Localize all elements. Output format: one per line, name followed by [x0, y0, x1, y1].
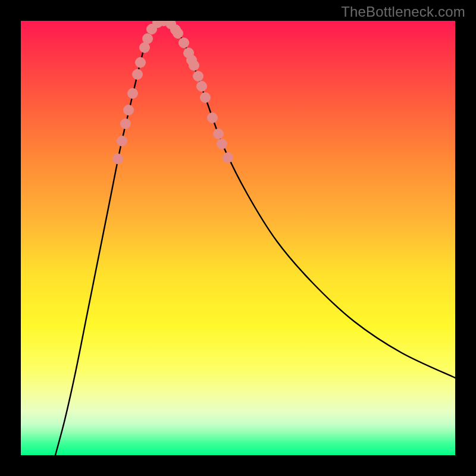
data-marker — [193, 71, 203, 82]
data-marker — [173, 29, 183, 39]
data-marker — [143, 34, 153, 44]
data-marker — [140, 43, 150, 53]
watermark-text: TheBottleneck.com — [341, 4, 465, 20]
data-marker — [128, 89, 138, 99]
curve-left-branch — [55, 21, 164, 455]
data-marker — [201, 93, 211, 103]
data-marker — [121, 119, 131, 129]
chart-frame: TheBottleneck.com — [0, 0, 476, 476]
curve-right-branch — [164, 21, 455, 378]
data-marker — [124, 105, 134, 115]
data-marker — [197, 82, 207, 92]
data-marker — [179, 38, 189, 48]
curve-markers — [113, 21, 233, 164]
data-marker — [208, 113, 218, 123]
data-marker — [217, 139, 227, 149]
plot-area — [21, 21, 455, 455]
data-marker — [133, 70, 143, 80]
data-marker — [117, 136, 127, 146]
data-marker — [113, 154, 123, 164]
data-marker — [189, 61, 199, 71]
data-marker — [136, 58, 146, 68]
chart-svg — [21, 21, 455, 455]
data-marker — [214, 129, 224, 139]
data-marker — [223, 153, 233, 163]
